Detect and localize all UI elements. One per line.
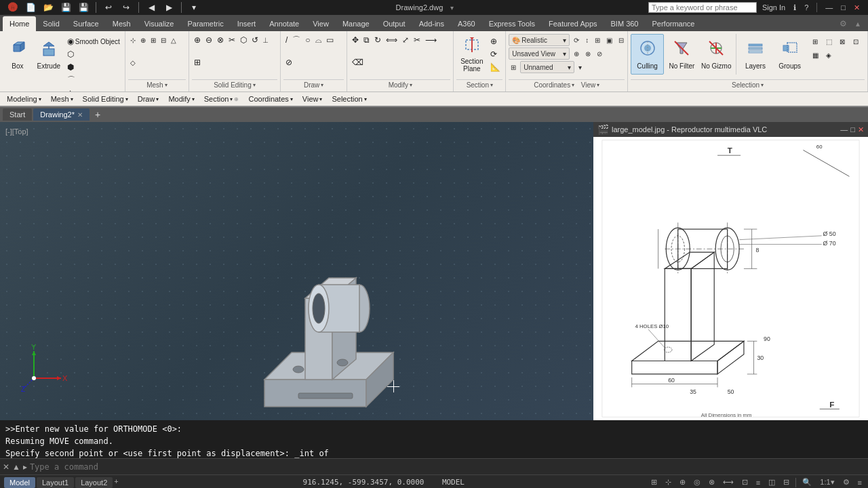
tab-a360[interactable]: A360 <box>451 16 482 31</box>
cad-viewport[interactable]: X Y Z [-][Top] <box>0 122 593 420</box>
mirror-button[interactable]: ⟺ <box>384 34 399 46</box>
modify-dropdown-arrow[interactable]: ▾ <box>410 82 412 88</box>
view-control-5[interactable]: ⊟ <box>616 35 626 45</box>
annotation-scale-button[interactable]: 1:1▾ <box>818 478 836 487</box>
solid-editing-dropdown-arrow[interactable]: ▾ <box>253 82 256 88</box>
close-button[interactable]: ✕ <box>851 0 863 15</box>
vlc-maximize-button[interactable]: □ <box>850 125 855 134</box>
tab-visualize[interactable]: Visualize <box>138 16 181 31</box>
tab-manage[interactable]: Manage <box>336 16 376 31</box>
tab-output[interactable]: Output <box>376 16 412 31</box>
coords-dropdown-arrow[interactable]: ▾ <box>572 82 574 88</box>
tab-start[interactable]: Start <box>3 108 32 121</box>
tab-drawing2[interactable]: Drawing2* ✕ <box>33 108 90 121</box>
ribbon-minimize-button[interactable]: ▴ <box>850 16 865 31</box>
tab-view[interactable]: View <box>306 16 336 31</box>
rect-button[interactable]: ▭ <box>324 34 336 46</box>
vlc-close-button[interactable]: ✕ <box>858 125 864 134</box>
tab-solid[interactable]: Solid <box>36 16 66 31</box>
line-button[interactable]: / <box>283 34 290 46</box>
polyline-button[interactable]: ⌒ <box>290 34 302 46</box>
arc-button[interactable]: ⌓ <box>313 34 323 46</box>
fillet-button[interactable]: ⌒ <box>65 74 122 86</box>
lineweight-button[interactable]: ≡ <box>754 479 762 487</box>
tab-home[interactable]: Home <box>3 16 36 31</box>
selection-dropdown-arrow[interactable]: ▾ <box>761 82 764 88</box>
layout2-tab[interactable]: Layout2 <box>75 477 113 488</box>
layers-button[interactable]: Layers <box>739 34 772 75</box>
coord-icon-1[interactable]: ⊞ <box>509 62 518 73</box>
draw-dropdown[interactable]: Draw ▾ <box>134 93 163 105</box>
help-button[interactable]: ? <box>802 0 811 15</box>
chamfer-button[interactable]: △ <box>65 87 122 92</box>
minimize-button[interactable]: — <box>823 0 835 15</box>
new-file-button[interactable]: 📄 <box>23 0 38 15</box>
cmd-close-button[interactable]: ✕ <box>3 462 9 472</box>
erase-button[interactable]: ⌫ <box>350 56 366 68</box>
save-as-button[interactable]: 💾 <box>76 0 91 15</box>
sel-icon-5[interactable]: ▦ <box>809 49 821 61</box>
section-live-btn[interactable]: ⟳ <box>488 48 502 60</box>
settings-button[interactable]: ≡ <box>856 479 864 487</box>
se-btn-8[interactable]: ⊞ <box>192 56 203 68</box>
view-dropdown[interactable]: View ▾ <box>298 93 327 105</box>
view-control-8[interactable]: ⊘ <box>595 48 604 59</box>
tab-surface[interactable]: Surface <box>66 16 106 31</box>
se-btn-2[interactable]: ⊖ <box>203 34 214 46</box>
smooth-object-button[interactable]: ◉ Smooth Object <box>65 35 122 47</box>
view-control-7[interactable]: ⊗ <box>583 48 593 59</box>
section-dropdown[interactable]: Section ▾ ⊕ <box>200 93 243 105</box>
dynucs-button[interactable]: ⟷ <box>721 478 736 487</box>
model-tab[interactable]: Model <box>4 477 35 488</box>
redo-button[interactable]: ↪ <box>119 0 134 15</box>
view-control-2[interactable]: ↕ <box>583 35 591 45</box>
zoom-button[interactable]: 🔍 <box>800 478 814 487</box>
view-more-btn[interactable]: ▾ <box>576 62 584 73</box>
no-filter-button[interactable]: No Filter <box>665 34 698 75</box>
quick-access-dropdown[interactable]: ▾ <box>186 0 201 15</box>
ribbon-settings-button[interactable]: ⚙ <box>835 16 850 31</box>
tab-performance[interactable]: Performance <box>645 16 701 31</box>
named-view-dropdown[interactable]: Unnamed ▾ <box>520 61 574 73</box>
ortho-button[interactable]: ⊕ <box>677 478 688 487</box>
sel-icon-1[interactable]: ⊞ <box>809 35 821 47</box>
command-input[interactable] <box>30 462 865 472</box>
cmd-history-button[interactable]: ▲ <box>12 462 20 472</box>
box-button[interactable]: Box <box>3 34 33 75</box>
tab-annotate[interactable]: Annotate <box>262 16 306 31</box>
convert-mesh-button[interactable]: ⬡ <box>65 48 122 60</box>
copy-button[interactable]: ⧉ <box>361 34 372 46</box>
maximize-button[interactable]: □ <box>838 0 848 15</box>
draw-dropdown-arrow[interactable]: ▾ <box>321 82 323 88</box>
scale-button[interactable]: ⤢ <box>400 34 411 46</box>
new-tab-button[interactable]: + <box>91 109 104 120</box>
groups-button[interactable]: Groups <box>773 34 806 75</box>
sel-icon-4[interactable]: ⊡ <box>850 35 862 47</box>
circle-button[interactable]: ○ <box>303 34 312 46</box>
move-button[interactable]: ✥ <box>350 34 361 46</box>
nav-back-button[interactable]: ◀ <box>144 0 159 15</box>
tab-addins[interactable]: Add-ins <box>412 16 451 31</box>
cmd-autocomplete-button[interactable]: ▸ <box>23 462 27 472</box>
se-btn-3[interactable]: ⊗ <box>215 34 226 46</box>
extrude-button[interactable]: Extrude <box>34 34 64 75</box>
se-btn-4[interactable]: ✂ <box>226 34 237 46</box>
unsaved-view-dropdown[interactable]: Unsaved View ▾ <box>509 47 570 60</box>
osnap-button[interactable]: ⊗ <box>707 478 717 487</box>
transparency-button[interactable]: ◫ <box>766 478 777 487</box>
mesh-btn-5[interactable]: △ <box>169 34 178 46</box>
coordinates-dropdown[interactable]: Coordinates ▾ <box>244 93 296 105</box>
undo-button[interactable]: ↩ <box>101 0 116 15</box>
section-add-btn[interactable]: ⊕ <box>488 35 502 47</box>
tab-mesh[interactable]: Mesh <box>106 16 138 31</box>
view-control-6[interactable]: ⊕ <box>572 48 581 59</box>
layout1-tab[interactable]: Layout1 <box>37 477 74 488</box>
se-btn-6[interactable]: ↺ <box>250 34 260 46</box>
tab-insert[interactable]: Insert <box>231 16 263 31</box>
mesh-btn-4[interactable]: ⊟ <box>159 34 168 46</box>
tab-parametric[interactable]: Parametric <box>180 16 230 31</box>
autocad-menu-button[interactable]: 🅐 <box>5 0 20 15</box>
tab-featured-apps[interactable]: Featured Apps <box>542 16 604 31</box>
mesh-dropdown[interactable]: Mesh ▾ <box>47 93 77 105</box>
modeling-dropdown[interactable]: Modeling ▾ <box>3 93 45 105</box>
